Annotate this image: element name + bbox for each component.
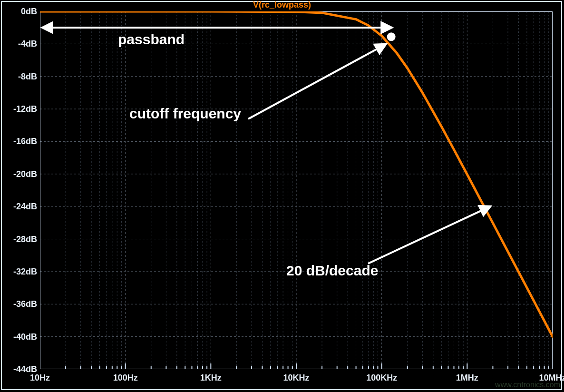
x-tick-label: 100KHz bbox=[366, 373, 397, 383]
trace-title: V(rc_lowpass) bbox=[0, 0, 564, 10]
y-tick-label: -4dB bbox=[0, 39, 37, 49]
annotation-cutoff: cutoff frequency bbox=[129, 106, 241, 122]
y-tick-label: -40dB bbox=[0, 332, 37, 342]
y-tick-label: 0dB bbox=[0, 7, 37, 17]
y-tick-label: -32dB bbox=[0, 266, 37, 276]
y-tick-label: -8dB bbox=[0, 71, 37, 81]
plot-area bbox=[40, 11, 553, 369]
x-tick-label: 10KHz bbox=[283, 373, 309, 383]
plot-svg bbox=[40, 11, 553, 369]
y-tick-label: -28dB bbox=[0, 234, 37, 244]
y-tick-label: -12dB bbox=[0, 104, 37, 114]
x-axis-ticks: 10Hz100Hz1KHz10KHz100KHz1MHz10MHz bbox=[40, 369, 553, 388]
y-tick-label: -20dB bbox=[0, 169, 37, 179]
annotation-slope: 20 dB/decade bbox=[286, 263, 378, 279]
watermark: www.cntronics.com bbox=[495, 381, 560, 389]
x-tick-label: 10Hz bbox=[30, 373, 50, 383]
x-tick-label: 100Hz bbox=[113, 373, 138, 383]
x-tick-label: 1MHz bbox=[456, 373, 478, 383]
annotation-passband: passband bbox=[118, 31, 185, 48]
y-tick-label: -24dB bbox=[0, 202, 37, 212]
cutoff-marker bbox=[387, 32, 396, 41]
x-tick-label: 1KHz bbox=[200, 373, 222, 383]
y-tick-label: -36dB bbox=[0, 299, 37, 309]
y-axis-ticks: 0dB-4dB-8dB-12dB-16dB-20dB-24dB-28dB-32d… bbox=[0, 11, 39, 369]
y-tick-label: -16dB bbox=[0, 137, 37, 147]
